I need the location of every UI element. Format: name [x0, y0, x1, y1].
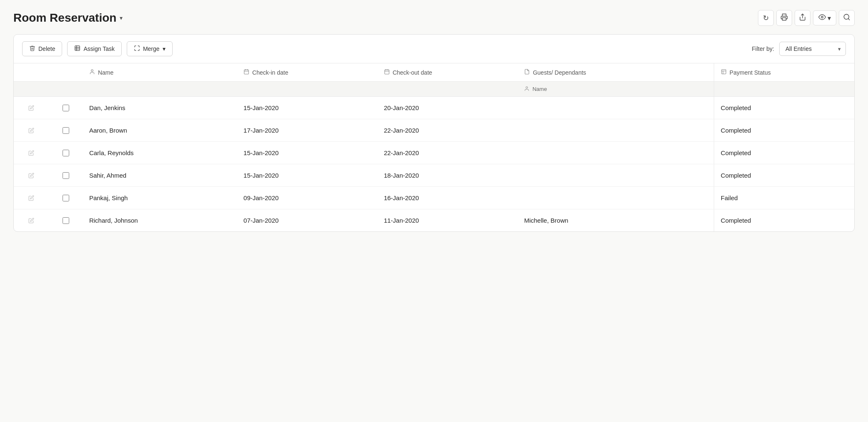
- print-icon: [780, 13, 788, 23]
- cell-name: Richard, Johnson: [83, 209, 237, 232]
- table-row: Sahir, Ahmed15-Jan-202018-Jan-2020Comple…: [14, 164, 854, 187]
- th-name-label: Name: [98, 69, 113, 76]
- toolbar: Delete Assign Task: [14, 35, 854, 63]
- page-header: Room Reservation ▾ ↻: [13, 10, 855, 26]
- filter-select-wrapper: All Entries Completed Failed Pending: [779, 42, 846, 56]
- cell-guests: [517, 97, 714, 119]
- edit-icon[interactable]: [20, 128, 42, 133]
- cell-payment-status: Failed: [714, 187, 854, 209]
- cell-payment-status: Completed: [714, 119, 854, 142]
- table-row: Carla, Reynolds15-Jan-202022-Jan-2020Com…: [14, 142, 854, 164]
- checkin-col-icon: [243, 69, 249, 76]
- th-checkin-label: Check-in date: [252, 69, 288, 76]
- table-row: Aaron, Brown17-Jan-202022-Jan-2020Comple…: [14, 119, 854, 142]
- svg-rect-10: [244, 70, 249, 74]
- cell-checkin: 17-Jan-2020: [237, 119, 377, 142]
- cell-name: Sahir, Ahmed: [83, 164, 237, 187]
- assign-icon: [74, 45, 80, 53]
- row-checkbox[interactable]: [63, 105, 69, 111]
- guests-sub-icon: [524, 85, 529, 93]
- svg-point-9: [91, 70, 93, 72]
- row-checkbox[interactable]: [63, 127, 69, 134]
- refresh-button[interactable]: ↻: [758, 10, 774, 26]
- row-checkbox[interactable]: [63, 150, 69, 156]
- page-title: Room Reservation: [13, 11, 116, 25]
- merge-icon: [134, 45, 140, 53]
- share-button[interactable]: [795, 10, 810, 26]
- th-actions: [14, 63, 49, 82]
- th-payment-label: Payment Status: [730, 69, 771, 76]
- edit-icon[interactable]: [20, 150, 42, 156]
- row-checkbox[interactable]: [63, 172, 69, 179]
- cell-payment-status: Completed: [714, 97, 854, 119]
- cell-name: Pankaj, Singh: [83, 187, 237, 209]
- th-checkout-label: Check-out date: [393, 69, 432, 76]
- cell-guests: [517, 164, 714, 187]
- th-checkin: Check-in date: [237, 63, 377, 82]
- edit-icon[interactable]: [20, 195, 42, 201]
- cell-checkin: 09-Jan-2020: [237, 187, 377, 209]
- svg-point-19: [526, 87, 528, 88]
- view-button[interactable]: ▾: [813, 10, 836, 25]
- checkout-col-icon: [384, 69, 390, 76]
- th-check: [49, 63, 83, 82]
- cell-checkout: 11-Jan-2020: [377, 209, 518, 232]
- title-area: Room Reservation ▾: [13, 11, 123, 25]
- assign-task-button[interactable]: Assign Task: [67, 41, 121, 56]
- cell-name: Aaron, Brown: [83, 119, 237, 142]
- cell-checkin: 07-Jan-2020: [237, 209, 377, 232]
- edit-icon[interactable]: [20, 105, 42, 111]
- th-guests-label: Guests/ Dependants: [533, 69, 586, 76]
- svg-point-2: [821, 16, 823, 18]
- svg-rect-0: [783, 18, 786, 20]
- cell-name: Carla, Reynolds: [83, 142, 237, 164]
- filter-select[interactable]: All Entries Completed Failed Pending: [779, 42, 846, 56]
- cell-payment-status: Completed: [714, 164, 854, 187]
- eye-icon: [818, 13, 826, 23]
- svg-rect-5: [75, 46, 80, 50]
- cell-guests: [517, 119, 714, 142]
- cell-guests: [517, 187, 714, 209]
- guests-col-icon: [524, 69, 530, 76]
- filter-area: Filter by: All Entries Completed Failed …: [752, 42, 846, 56]
- table-row: Dan, Jenkins15-Jan-202020-Jan-2020Comple…: [14, 97, 854, 119]
- title-dropdown-arrow[interactable]: ▾: [120, 15, 123, 21]
- payment-col-icon: [721, 69, 727, 76]
- table-row: Richard, Johnson07-Jan-202011-Jan-2020Mi…: [14, 209, 854, 232]
- guests-subheader-label: Name: [532, 86, 547, 92]
- cell-checkout: 22-Jan-2020: [377, 142, 518, 164]
- delete-button[interactable]: Delete: [22, 41, 62, 56]
- assign-task-label: Assign Task: [83, 45, 114, 52]
- th-checkout: Check-out date: [377, 63, 518, 82]
- merge-button[interactable]: Merge ▾: [127, 41, 173, 56]
- th-name: Name: [83, 63, 237, 82]
- cell-checkin: 15-Jan-2020: [237, 142, 377, 164]
- edit-icon[interactable]: [20, 218, 42, 224]
- cell-payment-status: Completed: [714, 142, 854, 164]
- search-button[interactable]: [839, 10, 855, 26]
- cell-checkout: 22-Jan-2020: [377, 119, 518, 142]
- cell-guests: Michelle, Brown: [517, 209, 714, 232]
- row-checkbox[interactable]: [63, 217, 69, 224]
- cell-checkin: 15-Jan-2020: [237, 97, 377, 119]
- th-payment: Payment Status: [714, 63, 854, 82]
- edit-icon[interactable]: [20, 173, 42, 178]
- delete-icon: [29, 45, 35, 53]
- print-button[interactable]: [776, 10, 792, 26]
- cell-checkin: 15-Jan-2020: [237, 164, 377, 187]
- refresh-icon: ↻: [763, 14, 769, 23]
- svg-rect-14: [384, 70, 389, 74]
- cell-guests: [517, 142, 714, 164]
- merge-label: Merge: [143, 45, 160, 52]
- filter-label: Filter by:: [752, 45, 774, 52]
- guests-subheader-row: Name: [14, 82, 854, 97]
- cell-checkout: 16-Jan-2020: [377, 187, 518, 209]
- cell-payment-status: Completed: [714, 209, 854, 232]
- main-card: Delete Assign Task: [13, 34, 855, 232]
- row-checkbox[interactable]: [63, 195, 69, 201]
- name-col-icon: [89, 69, 95, 76]
- search-icon: [843, 13, 850, 23]
- delete-label: Delete: [38, 45, 55, 52]
- table-header-row: Name: [14, 63, 854, 82]
- svg-line-4: [848, 18, 849, 20]
